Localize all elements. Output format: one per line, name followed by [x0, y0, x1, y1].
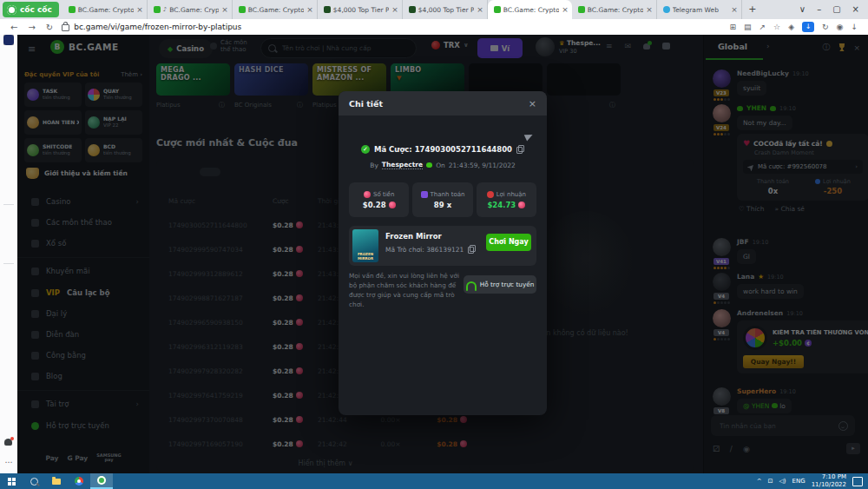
tab-favicon — [69, 6, 76, 13]
tab-title: BC.Game: Crypto Ca — [503, 6, 559, 14]
game-id: Mã Trò chơi: 386139121 — [385, 245, 476, 254]
tab-favicon — [409, 6, 416, 13]
game-card: FROZEN MIRROR Frozen Mirror Mã Trò chơi:… — [349, 226, 536, 266]
tab-close-icon[interactable]: × — [391, 5, 398, 14]
language-indicator[interactable]: ENG — [792, 478, 806, 485]
tab-favicon — [154, 6, 161, 13]
tab-toptier-1[interactable]: ♪ $4,000 Top Tier Plati × — [318, 0, 403, 19]
live-support-button[interactable]: Hỗ trợ trực tuyến — [464, 275, 536, 294]
tab-bcgame-active[interactable]: ♪ BC.Game: Crypto Ca × — [488, 0, 572, 19]
start-button[interactable] — [0, 473, 23, 489]
tab-title: $4,000 Top Tier Plat — [418, 6, 474, 14]
tray-expand-icon[interactable]: ^ — [757, 478, 762, 485]
headset-icon — [466, 281, 477, 288]
more-icon[interactable]: ⋯ — [3, 457, 14, 467]
profit-icon — [487, 191, 494, 198]
tab-toptier-2[interactable]: ♪ $4,000 Top Tier Plat × — [403, 0, 488, 19]
tab-telegram[interactable]: ♪ Telegram Web × — [657, 0, 742, 19]
back-icon[interactable]: ← — [10, 23, 17, 32]
game-name: Frozen Mirror — [385, 232, 442, 241]
notification-bell-icon[interactable] — [4, 439, 12, 446]
tab-close-icon[interactable]: × — [731, 5, 738, 14]
coccoc-icon — [7, 5, 16, 15]
file-explorer-icon[interactable] — [45, 473, 68, 489]
bookmark-star-icon[interactable]: ☆ — [773, 23, 780, 31]
volume-icon[interactable]: ◁) — [779, 478, 786, 485]
tab-close-icon[interactable]: × — [136, 5, 143, 14]
gem-icon — [389, 202, 396, 208]
modal-close-icon[interactable]: × — [529, 98, 536, 109]
tab-favicon — [578, 6, 585, 13]
play-now-button[interactable]: Chơi Ngay — [486, 234, 531, 251]
shield-icon[interactable]: ◈ — [788, 23, 794, 31]
wallet-icon — [421, 191, 428, 198]
action-center-icon[interactable] — [852, 477, 863, 486]
support-note: Mọi vấn đề, xin vui lòng liên hệ với bộ … — [349, 272, 460, 310]
stat-profit: Lợi nhuận $24.73 — [477, 182, 536, 217]
url-field[interactable]: bc.game/vi/game/frozen-mirror-by-platipu… — [62, 23, 729, 31]
stat-payout: Thanh toán 89 x — [412, 182, 472, 217]
game-thumbnail[interactable]: FROZEN MIRROR — [352, 229, 378, 262]
tab-favicon — [663, 6, 670, 13]
tab-title: BC.Game: Crypto Ca — [248, 6, 304, 14]
browser-tab-bar: cốc cốc ♪ BC.Game: Crypto Ca × ♪ BC.Game… — [0, 0, 868, 19]
reading-list-icon[interactable]: ▤ — [744, 23, 752, 31]
tab-bcgame-1[interactable]: ♪ BC.Game: Crypto Ca × — [62, 0, 148, 19]
coccoc-brand-text: cốc cốc — [20, 5, 52, 14]
tab-close-icon[interactable]: × — [306, 5, 313, 14]
tab-title: BC.Game: Crypto Ca — [78, 6, 134, 14]
frog-icon — [426, 162, 432, 168]
download-active-icon[interactable]: ↓ — [802, 22, 814, 32]
tab-favicon — [494, 6, 501, 13]
bet-datetime: 21:43:59, 9/11/2022 — [449, 162, 516, 169]
browser-side-strip: ⋯ — [0, 35, 18, 473]
tab-title: BC.Game: Crypt — [169, 6, 219, 14]
taskbar-search-icon[interactable] — [23, 473, 45, 489]
tab-bcgame-4[interactable]: ♪ BC.Game: Crypto Ca × — [572, 0, 657, 19]
copy-icon[interactable] — [468, 245, 476, 254]
forward-icon[interactable]: → — [28, 23, 35, 32]
clock[interactable]: 7:10 PM11/10/2022 — [812, 473, 846, 489]
screen: cốc cốc ♪ BC.Game: Crypto Ca × ♪ BC.Game… — [0, 0, 868, 489]
close-button[interactable]: × — [852, 1, 859, 18]
tab-close-icon[interactable]: × — [477, 5, 483, 14]
tab-bcgame-3[interactable]: ♪ BC.Game: Crypto Ca × — [233, 0, 318, 19]
coccoc-logo[interactable]: cốc cốc — [3, 2, 59, 17]
divider — [3, 263, 14, 264]
gem-icon — [364, 191, 371, 198]
tab-favicon — [324, 6, 331, 13]
chrome-taskbar-icon[interactable] — [68, 473, 90, 489]
tab-search-icon[interactable]: ∨ — [799, 1, 806, 18]
tab-close-icon[interactable]: × — [562, 5, 569, 14]
minimize-button[interactable]: – — [817, 1, 821, 18]
tab-title: $4,000 Top Tier Plati — [333, 6, 389, 14]
bcgame-page: ≡ B BC.GAME Đặc quyền VIP của tôi Thêm ›… — [17, 35, 868, 473]
gem-icon — [518, 202, 525, 208]
lock-icon — [62, 24, 69, 31]
reload-icon[interactable]: ↻ — [46, 23, 53, 32]
maximize-button[interactable]: ▢ — [832, 1, 840, 18]
tab-close-icon[interactable]: × — [646, 5, 653, 14]
copy-icon[interactable] — [516, 145, 524, 154]
url-text: bc.game/vi/game/frozen-mirror-by-platipu… — [74, 23, 241, 31]
windows-taskbar: ^ ⊡ ◁) ENG 7:10 PM11/10/2022 — [0, 473, 868, 489]
tab-close-icon[interactable]: × — [221, 5, 228, 14]
tab-title: Telegram Web — [673, 6, 728, 14]
app-icon[interactable] — [3, 35, 14, 45]
modal-bet-id: Mã Cược: 1749030052711644800 — [374, 145, 512, 154]
translate-icon[interactable]: ⊞ — [729, 23, 736, 31]
bcgame-badge-icon: ✓ — [361, 145, 370, 154]
player-link[interactable]: Thespectre — [382, 161, 423, 169]
network-icon[interactable]: ⊡ — [768, 478, 773, 485]
tab-bcgame-2[interactable]: ♪ BC.Game: Crypt × — [148, 0, 233, 19]
modal-title: Chi tiết — [349, 99, 383, 109]
downloads-tray-icon[interactable]: ↓ — [851, 23, 858, 31]
sync-icon[interactable]: ↻ — [822, 23, 829, 31]
share-icon[interactable]: ↗ — [760, 23, 766, 31]
tab-title: BC.Game: Crypto Ca — [588, 6, 643, 14]
share-icon[interactable] — [524, 131, 535, 141]
new-tab-button[interactable]: + — [746, 3, 760, 17]
coccoc-taskbar-icon[interactable] — [90, 473, 113, 489]
profile-icon[interactable]: ◉ — [837, 23, 844, 31]
browser-address-bar: ← → ↻ bc.game/vi/game/frozen-mirror-by-p… — [0, 19, 868, 35]
